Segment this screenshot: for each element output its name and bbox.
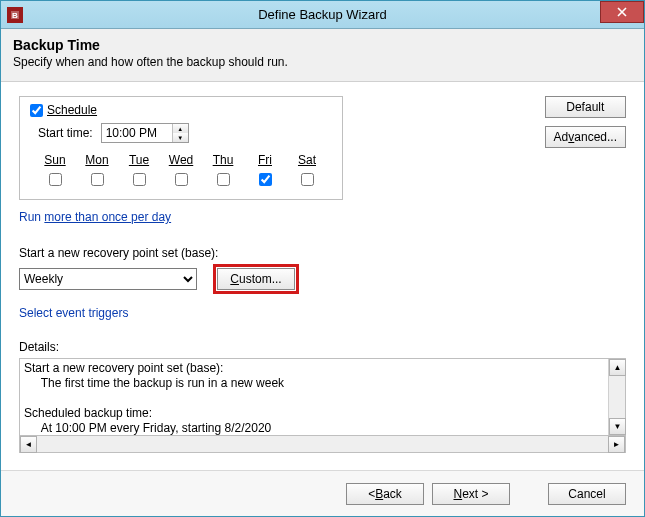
close-icon [617,7,627,17]
scroll-left-icon[interactable]: ◄ [20,436,37,453]
start-time-label: Start time: [38,126,93,140]
day-tue: Tue [118,153,160,189]
schedule-group: Schedule Start time: ▲ ▼ Sun Mo [19,96,343,200]
content-area: Default Advanced... Schedule Start time:… [1,82,644,470]
wizard-footer: < Back Next > Cancel [1,470,644,516]
schedule-label: Schedule [47,103,97,117]
next-button[interactable]: Next > [432,483,510,505]
time-spin-up[interactable]: ▲ [173,124,188,133]
event-triggers-link[interactable]: Select event triggers [19,306,128,320]
details-hscroll[interactable]: ◄ ► [19,436,626,453]
day-tue-checkbox[interactable] [133,173,146,186]
recovery-row: Weekly Custom... [19,264,626,294]
scroll-up-icon[interactable]: ▲ [609,359,626,376]
window-title: Define Backup Wizard [1,7,644,22]
wizard-window: B Define Backup Wizard Backup Time Speci… [0,0,645,517]
cancel-button[interactable]: Cancel [548,483,626,505]
day-label: Tue [118,153,160,167]
details-vscroll[interactable]: ▲ ▼ [608,359,625,435]
svg-text:B: B [12,11,18,20]
details-text: Start a new recovery point set (base): T… [20,359,608,435]
days-row: Sun Mon Tue Wed Thu [34,153,332,189]
day-label: Mon [76,153,118,167]
day-sun-checkbox[interactable] [49,173,62,186]
day-label: Thu [202,153,244,167]
day-sun: Sun [34,153,76,189]
close-button[interactable] [600,1,644,23]
custom-button[interactable]: Custom... [217,268,295,290]
day-wed: Wed [160,153,202,189]
day-label: Wed [160,153,202,167]
run-more-link[interactable]: Run more than once per day [19,210,171,224]
scroll-right-icon[interactable]: ► [608,436,625,453]
recovery-select[interactable]: Weekly [19,268,197,290]
details-label: Details: [19,340,626,354]
start-time-input[interactable] [102,124,172,142]
recovery-label: Start a new recovery point set (base): [19,246,626,260]
page-subtitle: Specify when and how often the backup sh… [13,55,632,69]
time-spin-down[interactable]: ▼ [173,133,188,142]
page-title: Backup Time [13,37,632,53]
day-label: Sun [34,153,76,167]
app-icon: B [7,7,23,23]
day-mon-checkbox[interactable] [91,173,104,186]
day-fri-checkbox[interactable] [259,173,272,186]
scroll-down-icon[interactable]: ▼ [609,418,626,435]
day-sat: Sat [286,153,328,189]
start-time-field: ▲ ▼ [101,123,189,143]
wizard-header: Backup Time Specify when and how often t… [1,29,644,82]
time-spinner: ▲ ▼ [172,124,188,142]
day-label: Sat [286,153,328,167]
advanced-button[interactable]: Advanced... [545,126,626,148]
custom-highlight: Custom... [213,264,299,294]
day-label: Fri [244,153,286,167]
day-fri: Fri [244,153,286,189]
day-wed-checkbox[interactable] [175,173,188,186]
details-box: Start a new recovery point set (base): T… [19,358,626,436]
back-button[interactable]: < Back [346,483,424,505]
side-buttons: Default Advanced... [545,96,626,148]
titlebar: B Define Backup Wizard [1,1,644,29]
day-mon: Mon [76,153,118,189]
day-thu-checkbox[interactable] [217,173,230,186]
day-sat-checkbox[interactable] [301,173,314,186]
schedule-checkbox[interactable] [30,104,43,117]
default-button[interactable]: Default [545,96,626,118]
day-thu: Thu [202,153,244,189]
